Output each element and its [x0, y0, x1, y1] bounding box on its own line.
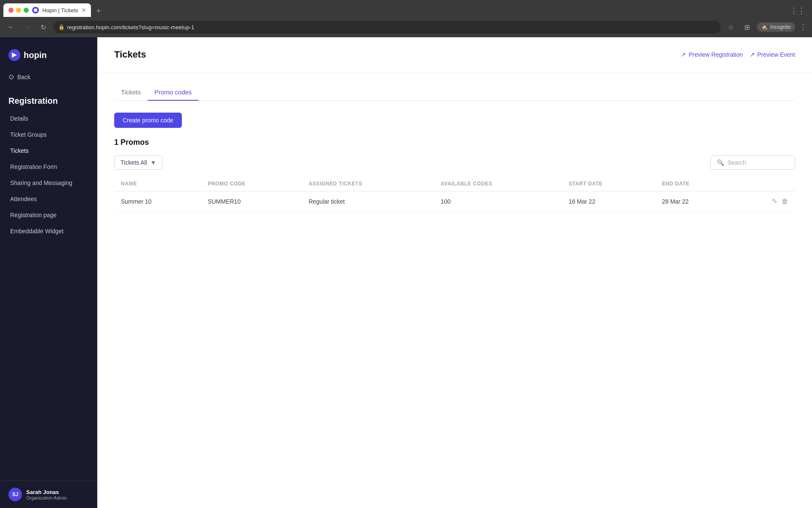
- svg-point-0: [34, 8, 37, 12]
- incognito-label: Incognito: [770, 24, 791, 30]
- chevron-down-icon: ▼: [151, 159, 156, 166]
- col-name: NAME: [114, 177, 201, 191]
- incognito-button[interactable]: 🕵 Incognito: [757, 22, 795, 32]
- promo-codes-table: NAME PROMO CODE ASSIGNED TICKETS AVAILAB…: [114, 177, 795, 212]
- preview-event-label: Preview Event: [757, 51, 795, 58]
- header-actions: ↗ Preview Registration ↗ Preview Event: [681, 51, 795, 58]
- maximize-window-btn[interactable]: [24, 8, 29, 13]
- reload-button[interactable]: ↻: [37, 21, 49, 33]
- preview-registration-label: Preview Registration: [689, 51, 743, 58]
- bookmark-icon[interactable]: ☆: [725, 21, 737, 33]
- row-actions: ✎ 🗑: [743, 197, 788, 205]
- url-text: registration.hopin.com/tickets?slug=musi…: [67, 24, 194, 30]
- tab-favicon: [32, 7, 39, 14]
- edit-icon[interactable]: ✎: [772, 197, 777, 205]
- preview-event-link[interactable]: ↗ Preview Event: [750, 51, 795, 58]
- cell-start-date: 16 Mar 22: [562, 191, 656, 212]
- user-role: Organization Admin: [26, 495, 67, 500]
- table-header: NAME PROMO CODE ASSIGNED TICKETS AVAILAB…: [114, 177, 795, 191]
- back-circle-icon: ⊙: [8, 73, 14, 81]
- tab-promo-codes-label: Promo codes: [154, 88, 192, 96]
- user-name: Sarah Jonas: [26, 489, 67, 495]
- cell-available-codes: 100: [434, 191, 562, 212]
- tickets-filter-dropdown[interactable]: Tickets All ▼: [114, 155, 162, 170]
- browser-tab[interactable]: Hopin | Tickets ✕: [3, 3, 91, 17]
- lock-icon: 🔒: [58, 24, 65, 30]
- promos-count-heading: 1 Promos: [114, 138, 795, 147]
- col-promo-code: PROMO CODE: [201, 177, 302, 191]
- delete-icon[interactable]: 🗑: [782, 198, 788, 205]
- preview-registration-link[interactable]: ↗ Preview Registration: [681, 51, 743, 58]
- cell-name: Summer 10: [114, 191, 201, 212]
- filter-label: Tickets All: [121, 159, 147, 166]
- sidebar-item-ticket-groups[interactable]: Ticket Groups: [5, 127, 92, 142]
- close-window-btn[interactable]: [8, 8, 14, 13]
- sidebar: hopin ⊙ Back Registration Details Ticket…: [0, 37, 97, 508]
- sidebar-item-label: Attendees: [10, 196, 37, 202]
- sidebar-item-label: Details: [10, 115, 28, 122]
- user-info: Sarah Jonas Organization Admin: [26, 489, 67, 500]
- tab-promo-codes[interactable]: Promo codes: [148, 84, 198, 101]
- external-link-icon-2: ↗: [750, 51, 755, 58]
- sidebar-item-label: Registration page: [10, 212, 57, 218]
- tab-close-icon[interactable]: ✕: [82, 7, 86, 13]
- filters-row: Tickets All ▼ 🔍: [114, 155, 795, 170]
- browser-tabs-bar: Hopin | Tickets ✕ + ⋮⋮ ← → ↻ 🔒 registrat…: [0, 0, 812, 37]
- logo-text: hopin: [24, 50, 47, 60]
- table-body: Summer 10 SUMMER10 Regular ticket 100 16…: [114, 191, 795, 212]
- cell-assigned-tickets: Regular ticket: [302, 191, 434, 212]
- content-area: Tickets Promo codes Create promo code 1 …: [97, 72, 812, 508]
- back-label: Back: [17, 74, 30, 80]
- col-actions: [736, 177, 795, 191]
- back-nav-button[interactable]: ←: [5, 21, 17, 33]
- cell-promo-code: SUMMER10: [201, 191, 302, 212]
- browser-options-icon[interactable]: ⋮: [799, 22, 807, 32]
- cell-end-date: 28 Mar 22: [655, 191, 736, 212]
- tab-tickets[interactable]: Tickets: [114, 84, 148, 101]
- main-content: Tickets ↗ Preview Registration ↗ Preview…: [97, 37, 812, 508]
- sidebar-item-attendees[interactable]: Attendees: [5, 191, 92, 207]
- external-link-icon: ↗: [681, 51, 686, 58]
- sidebar-item-label: Ticket Groups: [10, 131, 47, 138]
- forward-nav-button: →: [21, 21, 33, 33]
- tab-title: Hopin | Tickets: [42, 7, 78, 14]
- sidebar-item-registration-form[interactable]: Registration Form: [5, 159, 92, 174]
- sidebar-item-label: Sharing and Messaging: [10, 179, 72, 186]
- create-promo-code-button[interactable]: Create promo code: [114, 113, 182, 128]
- search-box: 🔍: [710, 155, 795, 170]
- search-icon: 🔍: [717, 159, 724, 166]
- browser-chrome: Hopin | Tickets ✕ + ⋮⋮ ← → ↻ 🔒 registrat…: [0, 0, 812, 37]
- incognito-icon: 🕵: [761, 24, 768, 30]
- split-view-icon[interactable]: ⊞: [741, 21, 753, 33]
- sidebar-item-sharing-messaging[interactable]: Sharing and Messaging: [5, 175, 92, 190]
- sidebar-item-label: Tickets: [10, 147, 29, 154]
- sidebar-footer: SJ Sarah Jonas Organization Admin: [0, 480, 97, 508]
- browser-menu-icon[interactable]: ⋮⋮: [787, 4, 809, 17]
- back-button[interactable]: ⊙ Back: [0, 69, 97, 88]
- col-end-date: END DATE: [655, 177, 736, 191]
- minimize-window-btn[interactable]: [16, 8, 21, 13]
- new-tab-button[interactable]: +: [93, 5, 104, 17]
- hopin-logo-icon: [8, 49, 20, 61]
- sidebar-item-details[interactable]: Details: [5, 111, 92, 126]
- sidebar-item-label: Embeddable Widget: [10, 228, 63, 235]
- cell-actions: ✎ 🗑: [736, 191, 795, 212]
- sidebar-logo: hopin: [0, 37, 97, 69]
- sidebar-item-registration-page[interactable]: Registration page: [5, 207, 92, 223]
- table-row: Summer 10 SUMMER10 Regular ticket 100 16…: [114, 191, 795, 212]
- page-title: Tickets: [114, 49, 146, 60]
- col-assigned-tickets: ASSIGNED TICKETS: [302, 177, 434, 191]
- avatar: SJ: [8, 488, 22, 501]
- sidebar-item-tickets[interactable]: Tickets: [5, 143, 92, 158]
- tabs-bar: Tickets Promo codes: [114, 84, 795, 101]
- search-input[interactable]: [727, 159, 789, 166]
- sidebar-section-title: Registration: [0, 88, 97, 111]
- create-promo-code-label: Create promo code: [123, 117, 173, 124]
- hopin-logo: hopin: [8, 49, 47, 61]
- avatar-initials: SJ: [12, 491, 19, 497]
- sidebar-item-embeddable-widget[interactable]: Embeddable Widget: [5, 224, 92, 239]
- sidebar-item-label: Registration Form: [10, 163, 57, 170]
- address-bar[interactable]: 🔒 registration.hopin.com/tickets?slug=mu…: [53, 21, 721, 33]
- sidebar-nav: Details Ticket Groups Tickets Registrati…: [0, 111, 97, 480]
- page-header: Tickets ↗ Preview Registration ↗ Preview…: [97, 37, 812, 72]
